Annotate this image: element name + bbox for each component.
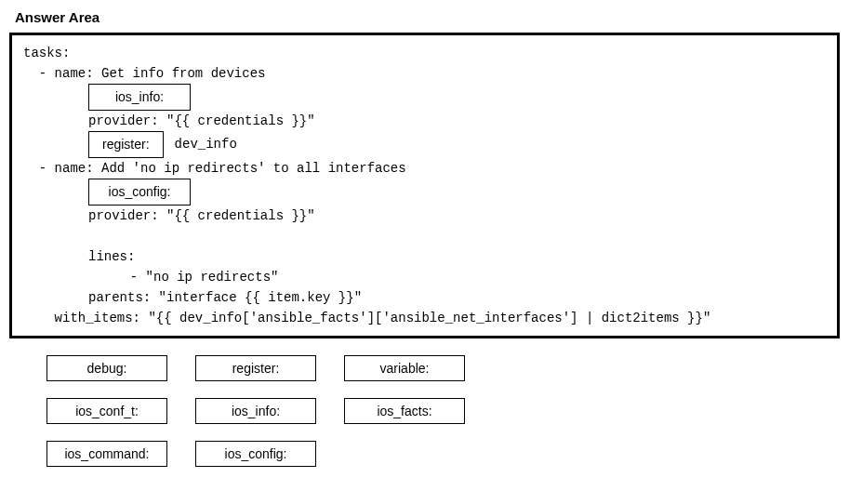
code-task1-name: - name: Get info from devices: [23, 63, 826, 84]
option-ios-conf-t[interactable]: ios_conf_t:: [46, 398, 167, 424]
drop-slot-2[interactable]: register:: [88, 131, 164, 158]
option-ios-config[interactable]: ios_config:: [195, 441, 316, 467]
code-slot3-row: ios_config:: [23, 179, 826, 206]
option-ios-facts[interactable]: ios_facts:: [344, 398, 465, 424]
options-row-2: ios_conf_t: ios_info: ios_facts:: [46, 398, 803, 424]
dev-info-text: dev_info: [175, 135, 237, 154]
code-slot2-row: register: dev_info: [23, 131, 826, 158]
answer-code-box: tasks: - name: Get info from devices ios…: [9, 33, 840, 338]
options-row-1: debug: register: variable:: [46, 355, 803, 381]
option-ios-command[interactable]: ios_command:: [46, 441, 167, 467]
code-parents: parents: "interface {{ item.key }}": [23, 287, 826, 308]
drop-slot-1[interactable]: ios_info:: [88, 84, 191, 111]
options-row-3: ios_command: ios_config:: [46, 441, 803, 467]
drop-slot-3[interactable]: ios_config:: [88, 179, 191, 206]
page-title: Answer Area: [9, 9, 840, 25]
code-slot1-row: ios_info:: [23, 84, 826, 111]
code-with-items: with_items: "{{ dev_info['ansible_facts'…: [23, 308, 826, 328]
option-ios-info[interactable]: ios_info:: [195, 398, 316, 424]
code-provider2: provider: "{{ credentials }}": [23, 206, 826, 226]
option-variable[interactable]: variable:: [344, 355, 465, 381]
option-debug[interactable]: debug:: [46, 355, 167, 381]
code-tasks: tasks:: [23, 43, 826, 63]
option-register[interactable]: register:: [195, 355, 316, 381]
options-area: debug: register: variable: ios_conf_t: i…: [9, 338, 840, 500]
code-provider1: provider: "{{ credentials }}": [23, 111, 826, 131]
blank-line: [23, 226, 826, 246]
code-task2-name: - name: Add 'no ip redirects' to all int…: [23, 158, 826, 179]
code-lines-value: - "no ip redirects": [23, 267, 826, 287]
code-lines-label: lines:: [23, 246, 826, 267]
